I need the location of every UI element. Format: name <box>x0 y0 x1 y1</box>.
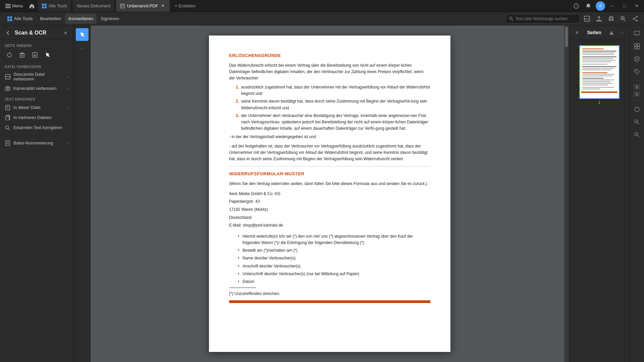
seiten-close-button[interactable]: ✕ <box>573 28 581 37</box>
cursor-button[interactable] <box>43 50 52 60</box>
page-thumb-1[interactable]: 1 <box>579 45 620 104</box>
sidebar-close-button[interactable]: ✕ <box>61 29 69 37</box>
select-tool-button[interactable] <box>76 28 89 41</box>
sidebar-item-erkannten-text[interactable]: Erkannten Text korrigieren ▸ <box>0 123 73 133</box>
svg-rect-2 <box>5 7 11 8</box>
svg-rect-14 <box>10 16 12 18</box>
svg-line-18 <box>512 19 514 21</box>
svg-rect-4 <box>45 4 47 6</box>
search-box[interactable]: Text oder Werkzeuge suchen <box>506 14 580 23</box>
svg-rect-55 <box>634 47 637 49</box>
top-bar-right: ? A ─ □ ✕ <box>572 1 641 11</box>
document-scrollbar[interactable] <box>564 25 569 362</box>
far-right-page-badge-1[interactable]: 1 <box>634 84 640 89</box>
menu-button[interactable]: Menu <box>3 0 26 12</box>
sidebar-back-button[interactable] <box>4 29 12 37</box>
sidebar-title: Scan & OCR <box>15 30 61 36</box>
search-text-icon <box>5 125 11 131</box>
help-icon[interactable]: ? <box>572 1 581 11</box>
far-right-layers-icon[interactable] <box>632 54 642 64</box>
sidebar-item-gescannte-datei[interactable]: Gescannte Datei verbessern ▸ <box>0 70 73 83</box>
form-item-2: Bestellt am (*)/verhalten am (*) <box>236 247 430 254</box>
files-icon <box>5 115 11 121</box>
seiten-header: ✕ Seiten ··· <box>569 25 629 40</box>
far-right-refresh-icon[interactable] <box>632 104 642 115</box>
document-area: ERLÖSCHENSGRÜNDE Das Widerrufsrecht erli… <box>91 25 569 362</box>
svg-point-38 <box>7 88 9 90</box>
close-button[interactable]: ✕ <box>632 1 641 11</box>
svg-text:?: ? <box>575 5 577 8</box>
user-avatar[interactable]: A <box>596 1 605 11</box>
zoom-icon[interactable] <box>619 14 628 23</box>
minimize-button[interactable]: ─ <box>608 1 617 11</box>
ellipsis-icon: ··· <box>80 46 84 52</box>
sidebar-item-in-dieser-datei[interactable]: In dieser Datei ▸ <box>0 103 73 113</box>
svg-line-63 <box>638 135 639 137</box>
tab-all-tools[interactable]: Alle Tools <box>38 0 71 12</box>
address-line-1: 4eck Media GmbH & Co. KG <box>229 190 430 198</box>
scrollbar-thumb[interactable] <box>565 27 568 47</box>
delete-button[interactable] <box>17 50 27 60</box>
sidebar-item-bates-nummerierung[interactable]: Bates-Nummerierung ▸ <box>0 138 73 148</box>
sidebar-item-kamerabild[interactable]: Kamerabild verbessern ▸ <box>0 83 73 94</box>
more-tools-button[interactable]: ··· <box>76 42 89 55</box>
svg-point-28 <box>633 18 634 19</box>
sidebar-header: Scan & OCR ✕ <box>0 25 73 40</box>
svg-rect-56 <box>637 47 640 49</box>
sidebar-item-in-mehreren-dateien[interactable]: In mehreren Dateien <box>0 113 73 123</box>
maximize-button[interactable]: □ <box>620 1 629 11</box>
page-thumb-preview <box>579 45 620 99</box>
list-item-3: der Unternehmer dem Verbraucher eine Bes… <box>236 113 430 132</box>
upload-icon[interactable] <box>594 14 604 23</box>
erkannten-text-label: Erkannten Text korrigieren <box>13 125 65 130</box>
para-erloschens-intro: Das Widerrufsrecht erlischt bei einem Ve… <box>229 62 430 82</box>
address-line-5: E-Mail: shop@psd-tutorials.de <box>229 222 430 229</box>
signature-line <box>229 288 256 288</box>
far-right-grid-icon[interactable] <box>632 41 642 52</box>
svg-rect-6 <box>45 6 47 8</box>
svg-rect-54 <box>637 44 640 46</box>
home-button[interactable] <box>27 1 37 11</box>
rotate-button[interactable] <box>5 50 14 60</box>
camera-icon <box>5 85 11 92</box>
menu-signieren[interactable]: Signieren <box>97 14 122 24</box>
scan-icon <box>5 74 11 80</box>
far-right-comment-icon[interactable] <box>632 28 642 39</box>
far-right-page-badge-2[interactable]: 1 <box>634 92 640 97</box>
bates-nummerierung-label: Bates-Nummerierung <box>13 141 65 145</box>
document-scroll[interactable]: ERLÖSCHENSGRÜNDE Das Widerrufsrecht erli… <box>91 25 569 362</box>
svg-rect-13 <box>7 16 9 18</box>
tab-create-button[interactable]: + Erstellen <box>171 3 199 8</box>
far-right-panel: 1 1 <box>629 25 644 362</box>
svg-rect-5 <box>42 6 44 8</box>
address-line-3: 17192 Waren (Müritz) <box>229 206 430 214</box>
far-right-zoom-out-icon[interactable] <box>632 129 642 140</box>
list-item-2: seine Kenntnis davon bestätigt hat, dass… <box>236 98 430 111</box>
kamerabild-label: Kamerabild verbessern <box>13 86 65 91</box>
menu-bearbeiten[interactable]: Bearbeiten <box>37 14 64 24</box>
notification-icon[interactable] <box>584 1 593 11</box>
form-item-5: Unterschrift des/der Verbraucher(s) (nur… <box>236 271 430 277</box>
print-icon[interactable] <box>606 14 616 23</box>
svg-point-26 <box>636 16 638 17</box>
svg-rect-16 <box>10 19 12 21</box>
far-right-tag-icon[interactable] <box>632 66 642 77</box>
seiten-title: Seiten <box>587 30 601 35</box>
svg-line-23 <box>624 19 626 21</box>
seiten-export-button[interactable] <box>607 28 616 37</box>
tab-neues-dokument[interactable]: Neues Dokument <box>73 0 115 12</box>
toolbar-pdf-icon[interactable]: PDF <box>582 14 592 23</box>
tab-unbenannt-pdf[interactable]: Unbenannt.PDF ✕ <box>116 0 170 12</box>
menu-all-tools[interactable]: Alle Tools <box>4 14 36 24</box>
seiten-actions: ··· <box>607 28 626 37</box>
extract-button[interactable] <box>30 50 40 60</box>
separator-1 <box>229 166 430 167</box>
right-sidebar-seiten: ✕ Seiten ··· <box>569 25 629 362</box>
menu-konvertieren[interactable]: Konvertieren <box>65 14 97 24</box>
seiten-more-button[interactable]: ··· <box>617 28 626 37</box>
form-item-4: Anschrift des/der Verbraucher(s) <box>236 263 430 269</box>
tab-close-button[interactable]: ✕ <box>160 3 166 9</box>
share-icon[interactable] <box>631 14 640 23</box>
search-placeholder: Text oder Werkzeuge suchen <box>516 16 568 21</box>
far-right-zoom-in-icon[interactable] <box>632 117 642 127</box>
